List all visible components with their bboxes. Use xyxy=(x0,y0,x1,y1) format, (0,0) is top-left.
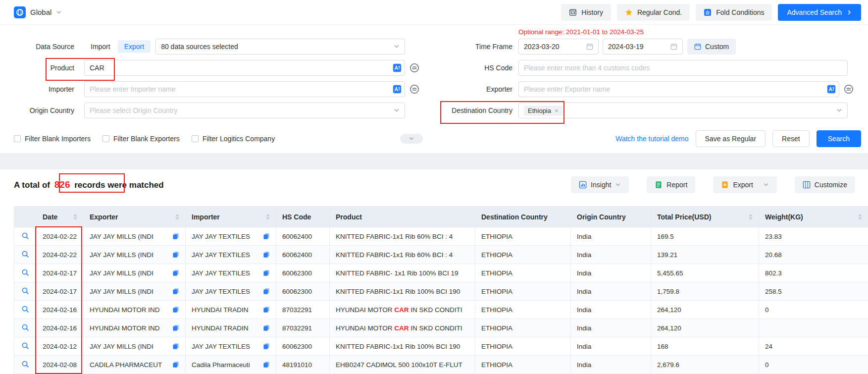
custom-range-button[interactable]: Custom xyxy=(687,39,736,54)
history-button[interactable]: History xyxy=(561,4,611,21)
translate-icon[interactable] xyxy=(827,85,836,94)
regular-cond-button[interactable]: Regular Cond. xyxy=(617,4,690,21)
importer-name[interactable]: JAY JAY TEXTILES xyxy=(192,233,250,240)
exporter-input[interactable] xyxy=(518,81,839,97)
col-header-exporter[interactable]: Exporter xyxy=(84,207,186,227)
translate-icon[interactable] xyxy=(393,63,402,72)
tutorial-demo-link[interactable]: Watch the tutorial demo xyxy=(615,135,688,143)
product-input[interactable] xyxy=(84,60,405,76)
row-detail-search-icon[interactable] xyxy=(21,250,29,258)
start-date-input[interactable]: 2023-03-20 xyxy=(518,39,599,54)
sort-icon[interactable] xyxy=(175,214,179,220)
exporter-name[interactable]: JAY JAY MILLS (INDI xyxy=(90,251,153,259)
copy-icon[interactable] xyxy=(263,324,270,331)
importer-name[interactable]: Cadila Pharmaceuti xyxy=(192,361,250,369)
exporter-name[interactable]: HYUNDAI MOTOR IND xyxy=(90,324,160,332)
product-label: Product xyxy=(0,64,84,72)
col-header-weight[interactable]: Weight(KG) xyxy=(759,207,868,227)
exporter-name[interactable]: JAY JAY MILLS (INDI xyxy=(90,269,153,277)
insight-button[interactable]: Insight xyxy=(571,176,629,193)
collapse-conditions-button[interactable] xyxy=(400,134,423,144)
copy-icon[interactable] xyxy=(263,306,270,313)
search-button[interactable]: Search xyxy=(817,130,861,147)
export-button[interactable]: Export xyxy=(713,176,776,193)
col-header-importer[interactable]: Importer xyxy=(186,207,276,227)
fold-conditions-button[interactable]: Fold Conditions xyxy=(696,4,772,21)
copy-icon[interactable] xyxy=(263,269,270,276)
copy-icon[interactable] xyxy=(172,288,179,295)
filter-logistics-company-checkbox[interactable]: Filter Logitics Company xyxy=(192,135,275,143)
copy-icon[interactable] xyxy=(172,233,179,240)
sort-icon[interactable] xyxy=(858,214,862,220)
exporter-name[interactable]: JAY JAY MILLS (INDI xyxy=(90,343,153,350)
row-detail-search-icon[interactable] xyxy=(21,287,29,295)
regular-cond-button-label: Regular Cond. xyxy=(637,8,682,16)
importer-input[interactable] xyxy=(84,81,405,97)
form-actions: Watch the tutorial demo Save as Regular … xyxy=(615,130,861,147)
results-header: A total of 826 records were matched Insi… xyxy=(14,178,868,191)
copy-icon[interactable] xyxy=(172,324,179,331)
copy-icon[interactable] xyxy=(172,251,179,258)
export-tab[interactable]: Export xyxy=(118,40,151,53)
col-header-date[interactable]: Date xyxy=(37,207,84,227)
copy-icon[interactable] xyxy=(172,343,179,350)
sort-icon[interactable] xyxy=(73,214,77,220)
save-as-regular-button[interactable]: Save as Regular xyxy=(696,130,766,147)
exporter-name[interactable]: HYUNDAI MOTOR IND xyxy=(90,306,160,314)
tag-remove-icon[interactable]: × xyxy=(555,107,559,114)
exporter-name[interactable]: JAY JAY MILLS (INDI xyxy=(90,233,153,240)
reset-button[interactable]: Reset xyxy=(772,130,810,147)
union-icon[interactable] xyxy=(844,84,854,94)
importer-name[interactable]: HYUNDAI TRADIN xyxy=(192,306,249,314)
row-detail-search-icon[interactable] xyxy=(21,305,29,313)
form-footer: Filter Blank Importers Filter Blank Expo… xyxy=(0,130,868,147)
importer-name[interactable]: JAY JAY TEXTILES xyxy=(192,288,250,295)
importer-name[interactable]: JAY JAY TEXTILES xyxy=(192,343,250,350)
exporter-name[interactable]: CADILA PHARMACEUT xyxy=(90,361,162,369)
export-document-icon xyxy=(721,181,729,189)
translate-icon[interactable] xyxy=(393,85,402,94)
row-detail-search-icon[interactable] xyxy=(21,342,29,350)
weight-cell: 0 xyxy=(759,301,868,319)
sort-icon[interactable] xyxy=(749,214,753,220)
destination-cell: ETHIOPIA xyxy=(475,246,571,264)
row-detail-search-icon[interactable] xyxy=(21,360,29,368)
col-header-date-label: Date xyxy=(43,213,57,221)
importer-name[interactable]: JAY JAY TEXTILES xyxy=(192,269,250,277)
col-header-total-price[interactable]: Total Price(USD) xyxy=(651,207,759,227)
row-detail-search-icon[interactable] xyxy=(21,323,29,331)
region-selector[interactable]: Global xyxy=(14,6,62,18)
destination-country-select[interactable]: Ethiopia × xyxy=(518,103,848,118)
union-icon[interactable] xyxy=(409,63,419,73)
report-button[interactable]: Report xyxy=(647,176,695,193)
importer-name[interactable]: HYUNDAI TRADIN xyxy=(192,324,249,332)
copy-icon[interactable] xyxy=(263,288,270,295)
import-tab[interactable]: Import xyxy=(84,40,117,53)
sort-icon[interactable] xyxy=(266,214,270,220)
chevron-down-icon xyxy=(394,107,400,113)
importer-label: Importer xyxy=(0,85,84,93)
hs-code-input[interactable] xyxy=(518,60,848,76)
hs-code-cell: 60062300 xyxy=(276,337,330,356)
row-detail-search-icon[interactable] xyxy=(21,232,29,240)
filter-blank-importers-checkbox[interactable]: Filter Blank Importers xyxy=(14,135,91,143)
customize-button[interactable]: Customize xyxy=(795,176,855,193)
advanced-search-button[interactable]: Advanced Search xyxy=(778,4,861,21)
copy-icon[interactable] xyxy=(172,361,179,368)
exporter-name[interactable]: JAY JAY MILLS (INDI xyxy=(90,288,153,295)
price-cell: 2,679.6 xyxy=(651,356,759,374)
end-date-input[interactable]: 2024-03-19 xyxy=(603,39,683,54)
copy-icon[interactable] xyxy=(263,251,270,258)
copy-icon[interactable] xyxy=(263,343,270,350)
filter-blank-exporters-checkbox[interactable]: Filter Blank Exporters xyxy=(102,135,180,143)
row-detail-search-icon[interactable] xyxy=(21,268,29,276)
origin-country-select[interactable]: Please select Origin Country xyxy=(84,103,405,118)
copy-icon[interactable] xyxy=(263,233,270,240)
data-source-select[interactable]: 80 data sources selected xyxy=(155,39,405,54)
union-icon[interactable] xyxy=(409,84,419,94)
copy-icon[interactable] xyxy=(263,361,270,368)
copy-icon[interactable] xyxy=(172,306,179,313)
customize-button-label: Customize xyxy=(815,181,847,189)
importer-name[interactable]: JAY JAY TEXTILES xyxy=(192,251,250,259)
copy-icon[interactable] xyxy=(172,269,179,276)
